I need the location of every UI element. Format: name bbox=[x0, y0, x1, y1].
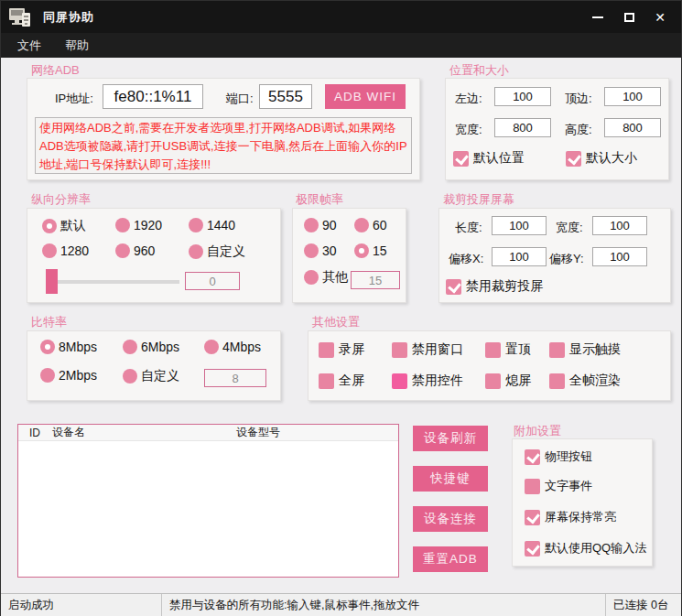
group-title-extra-settings: 附加设置 bbox=[514, 424, 561, 438]
maximize-button[interactable] bbox=[613, 1, 644, 33]
radio-resolution-1920[interactable]: 1920 bbox=[115, 218, 162, 232]
device-list[interactable]: ID 设备名 设备型号 bbox=[17, 424, 399, 578]
crop-offset-x-input[interactable] bbox=[492, 247, 547, 266]
radio-fps-15[interactable]: 15 bbox=[354, 243, 387, 258]
port-label: 端口: bbox=[226, 91, 254, 107]
group-title-resolution: 纵向分辨率 bbox=[31, 192, 91, 206]
left-label: 左边: bbox=[455, 91, 482, 107]
height-input[interactable] bbox=[604, 118, 661, 137]
device-refresh-button[interactable]: 设备刷新 bbox=[413, 426, 488, 451]
left-input[interactable] bbox=[494, 87, 551, 106]
group-resolution: 默认 1920 1440 1280 960 自定义 bbox=[27, 208, 281, 303]
slider-handle[interactable] bbox=[46, 269, 58, 294]
top-label: 顶边: bbox=[565, 91, 592, 107]
resolution-custom-input[interactable] bbox=[185, 272, 240, 290]
radio-dot bbox=[123, 369, 137, 384]
checkbox-full-frame-render[interactable]: 全帧渲染 bbox=[549, 373, 621, 389]
width-input[interactable] bbox=[494, 118, 551, 137]
maximize-icon bbox=[624, 13, 634, 22]
framerate-custom-input[interactable] bbox=[351, 271, 400, 289]
minimize-icon bbox=[592, 16, 603, 18]
checkbox-box bbox=[319, 373, 334, 389]
crop-length-input[interactable] bbox=[492, 216, 547, 235]
radio-resolution-960[interactable]: 960 bbox=[115, 243, 155, 258]
group-extra-settings: 物理按钮 文字事件 屏幕保持常亮 默认使用QQ输入法 bbox=[512, 438, 653, 567]
checkbox-box bbox=[485, 342, 501, 358]
checkbox-default-position[interactable]: 默认位置 bbox=[453, 150, 525, 167]
crop-offset-y-input[interactable] bbox=[592, 247, 647, 266]
group-title-framerate: 极限帧率 bbox=[296, 192, 343, 206]
radio-bitrate-2mbps[interactable]: 2Mbps bbox=[40, 368, 97, 383]
checkbox-box bbox=[319, 342, 334, 358]
radio-dot bbox=[42, 219, 57, 233]
group-title-crop: 裁剪投屏屏幕 bbox=[443, 192, 514, 206]
device-connect-button[interactable]: 设备连接 bbox=[413, 506, 488, 532]
column-device-model[interactable]: 设备型号 bbox=[236, 425, 280, 440]
app-window: 同屏协助 ✕ 文件 帮助 网络ADB IP地址: 端口: ADB WIFI 使用… bbox=[0, 0, 682, 616]
radio-resolution-1280[interactable]: 1280 bbox=[42, 243, 89, 258]
device-list-body[interactable] bbox=[18, 441, 398, 577]
checkbox-screen-off[interactable]: 熄屏 bbox=[485, 373, 531, 389]
radio-fps-other[interactable]: 其他 bbox=[304, 269, 348, 286]
checkbox-disable-controls[interactable]: 禁用控件 bbox=[392, 373, 463, 389]
crop-width-input[interactable] bbox=[592, 216, 647, 235]
menu-help[interactable]: 帮助 bbox=[58, 35, 96, 57]
column-id[interactable]: ID bbox=[18, 427, 52, 439]
radio-resolution-1440[interactable]: 1440 bbox=[189, 218, 235, 232]
checkbox-record-screen[interactable]: 录屏 bbox=[319, 341, 364, 358]
radio-dot bbox=[123, 340, 137, 354]
ip-address-input[interactable] bbox=[103, 84, 203, 109]
column-device-name[interactable]: 设备名 bbox=[52, 425, 236, 440]
checkbox-box bbox=[549, 342, 565, 358]
radio-dot bbox=[115, 243, 130, 258]
checkbox-text-events[interactable]: 文字事件 bbox=[525, 478, 592, 494]
radio-dot bbox=[42, 243, 57, 258]
radio-bitrate-8mbps[interactable]: 8Mbps bbox=[40, 340, 97, 354]
checkbox-box bbox=[392, 373, 407, 389]
checkbox-default-qq-input[interactable]: 默认使用QQ输入法 bbox=[525, 540, 646, 557]
radio-dot bbox=[189, 218, 203, 232]
checkbox-box bbox=[549, 373, 565, 389]
checkbox-default-size[interactable]: 默认大小 bbox=[566, 150, 637, 167]
hotkey-button[interactable]: 快捷键 bbox=[413, 466, 488, 492]
radio-bitrate-custom[interactable]: 自定义 bbox=[123, 368, 179, 384]
adb-wifi-button[interactable]: ADB WIFI bbox=[325, 84, 406, 109]
ip-address-label: IP地址: bbox=[55, 91, 93, 107]
radio-resolution-custom[interactable]: 自定义 bbox=[189, 243, 245, 260]
radio-resolution-default[interactable]: 默认 bbox=[42, 218, 86, 234]
checkbox-keep-screen-on[interactable]: 屏幕保持常亮 bbox=[525, 509, 616, 525]
checkbox-show-touches[interactable]: 显示触摸 bbox=[549, 341, 621, 358]
checkbox-fullscreen[interactable]: 全屏 bbox=[319, 373, 364, 389]
close-button[interactable]: ✕ bbox=[644, 1, 676, 33]
radio-fps-60[interactable]: 60 bbox=[354, 218, 387, 232]
checkbox-disable-crop[interactable]: 禁用裁剪投屏 bbox=[446, 278, 543, 295]
bitrate-custom-input[interactable] bbox=[204, 369, 266, 387]
checkbox-physical-buttons[interactable]: 物理按钮 bbox=[525, 448, 592, 465]
window-controls: ✕ bbox=[582, 1, 676, 33]
radio-bitrate-4mbps[interactable]: 4Mbps bbox=[204, 340, 261, 354]
radio-dot bbox=[204, 340, 219, 354]
menu-file[interactable]: 文件 bbox=[10, 35, 49, 57]
top-input[interactable] bbox=[604, 87, 661, 106]
checkbox-disable-window[interactable]: 禁用窗口 bbox=[392, 341, 463, 358]
network-adb-warning-text: 使用网络ADB之前,需要在开发者选项里,打开网络ADB调试,如果网络ADB选项被… bbox=[35, 117, 412, 174]
status-bar: 启动成功 禁用与设备的所有功能:输入键,鼠标事件,拖放文件 已连接 0台 bbox=[1, 593, 681, 616]
radio-dot bbox=[115, 218, 130, 232]
radio-dot bbox=[354, 218, 369, 232]
resolution-slider[interactable] bbox=[46, 269, 179, 294]
title-bar: 同屏协助 ✕ bbox=[1, 1, 681, 33]
minimize-button[interactable] bbox=[582, 1, 613, 33]
radio-bitrate-6mbps[interactable]: 6Mbps bbox=[123, 340, 179, 354]
port-input[interactable] bbox=[259, 84, 312, 109]
radio-fps-30[interactable]: 30 bbox=[304, 243, 337, 258]
checkbox-always-on-top[interactable]: 置顶 bbox=[485, 341, 531, 358]
crop-width-label: 宽度: bbox=[556, 220, 583, 236]
menu-bar: 文件 帮助 bbox=[1, 33, 681, 58]
slider-track bbox=[46, 280, 179, 284]
radio-dot bbox=[304, 270, 319, 285]
checkbox-box bbox=[392, 342, 407, 358]
group-crop: 长度: 宽度: 偏移X: 偏移Y: 禁用裁剪投屏 bbox=[438, 208, 671, 303]
radio-dot bbox=[304, 243, 319, 258]
radio-fps-90[interactable]: 90 bbox=[304, 218, 337, 232]
reset-adb-button[interactable]: 重置ADB bbox=[413, 546, 488, 572]
